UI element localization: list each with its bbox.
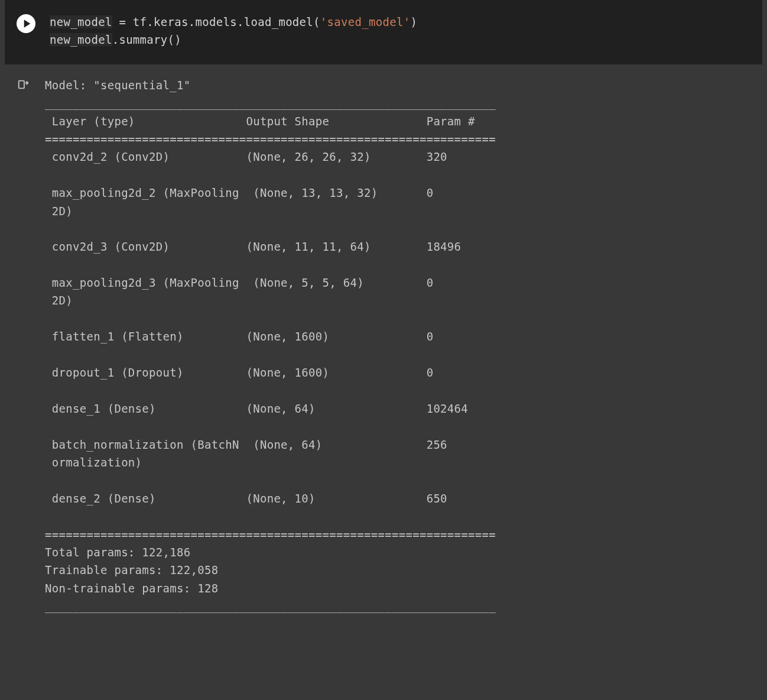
table-row bbox=[45, 168, 496, 182]
output-rule: ========================================… bbox=[45, 132, 496, 145]
svg-rect-0 bbox=[19, 80, 24, 88]
output-indicator-icon[interactable] bbox=[17, 77, 31, 92]
output-rule: ________________________________________… bbox=[45, 96, 496, 109]
output-header: Layer (type) Output Shape Param # bbox=[45, 115, 496, 128]
output-total-params: Total params: 122,186 bbox=[45, 546, 191, 559]
table-row bbox=[45, 258, 496, 271]
table-row: 2D) bbox=[45, 294, 496, 307]
output-trainable-params: Trainable params: 122,058 bbox=[45, 563, 218, 576]
code-token: .summary() bbox=[112, 33, 181, 46]
output-rule: ________________________________________… bbox=[45, 599, 496, 612]
table-row bbox=[45, 348, 496, 361]
code-cell: new_model = tf.keras.models.load_model('… bbox=[5, 0, 762, 64]
output-model-line: Model: "sequential_1" bbox=[45, 79, 191, 92]
output-content: Model: "sequential_1" __________________… bbox=[45, 76, 496, 615]
table-row: max_pooling2d_3 (MaxPooling (None, 5, 5,… bbox=[45, 276, 496, 289]
table-row bbox=[45, 510, 496, 523]
table-row bbox=[45, 474, 496, 487]
table-row: max_pooling2d_2 (MaxPooling (None, 13, 1… bbox=[45, 186, 496, 199]
output-rule: ========================================… bbox=[45, 528, 496, 541]
table-row bbox=[45, 384, 496, 397]
output-cell: Model: "sequential_1" __________________… bbox=[0, 73, 767, 627]
table-row: conv2d_2 (Conv2D) (None, 26, 26, 32) 320 bbox=[45, 150, 496, 163]
table-row: ormalization) bbox=[45, 456, 496, 469]
table-row bbox=[45, 222, 496, 235]
table-row: conv2d_3 (Conv2D) (None, 11, 11, 64) 184… bbox=[45, 240, 496, 253]
table-row: flatten_1 (Flatten) (None, 1600) 0 bbox=[45, 330, 496, 343]
table-row: dense_2 (Dense) (None, 10) 650 bbox=[45, 492, 496, 505]
code-token-var: new_model bbox=[50, 33, 112, 46]
table-row bbox=[45, 312, 496, 325]
code-token: = tf.keras.models.load_model( bbox=[112, 15, 320, 28]
table-row: dense_1 (Dense) (None, 64) 102464 bbox=[45, 402, 496, 415]
table-row: dropout_1 (Dropout) (None, 1600) 0 bbox=[45, 366, 496, 379]
code-token-string: 'saved_model' bbox=[320, 15, 411, 28]
play-icon bbox=[22, 19, 32, 28]
code-token: ) bbox=[410, 15, 417, 28]
code-token-var: new_model bbox=[50, 15, 112, 28]
output-non-trainable-params: Non-trainable params: 128 bbox=[45, 582, 218, 595]
table-row: 2D) bbox=[45, 205, 496, 218]
table-row bbox=[45, 420, 496, 433]
code-content[interactable]: new_model = tf.keras.models.load_model('… bbox=[50, 13, 417, 49]
table-row: batch_normalization (BatchN (None, 64) 2… bbox=[45, 438, 496, 451]
run-button[interactable] bbox=[17, 14, 35, 33]
